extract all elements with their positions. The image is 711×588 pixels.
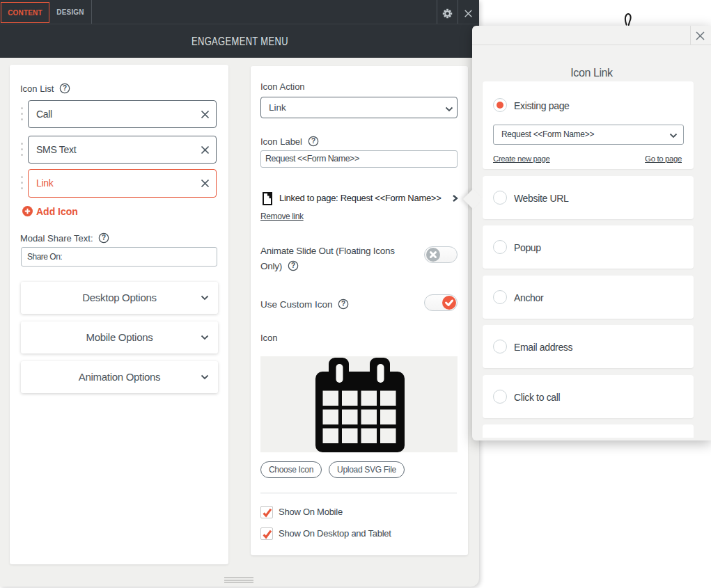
svg-text:?: ? bbox=[102, 234, 106, 241]
svg-text:?: ? bbox=[63, 84, 67, 92]
svg-text:?: ? bbox=[341, 300, 345, 308]
svg-text:?: ? bbox=[291, 262, 295, 269]
svg-text:?: ? bbox=[311, 137, 315, 145]
